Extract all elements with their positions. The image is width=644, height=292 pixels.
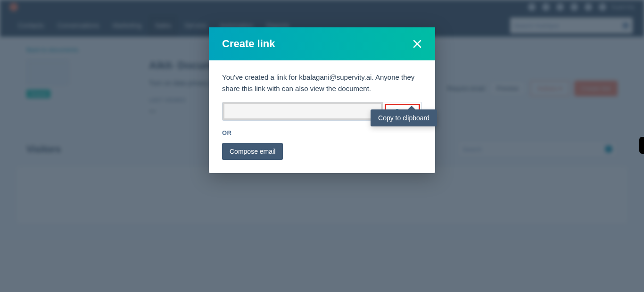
close-icon[interactable] [413,39,422,49]
modal-description: You've created a link for kbalagani@supe… [222,72,422,94]
copy-tooltip: Copy to clipboard [371,109,437,126]
feedback-tab[interactable] [639,137,644,154]
compose-email-button[interactable]: Compose email [222,143,283,160]
modal-header: Create link [209,27,435,60]
or-divider: OR [222,129,422,136]
recipient-email: kbalagani@supervity.ai [299,73,372,81]
modal-body: You've created a link for kbalagani@supe… [209,60,435,173]
create-link-modal: Create link You've created a link for kb… [209,27,435,173]
modal-title: Create link [222,38,275,50]
share-link-input[interactable] [224,104,381,118]
modal-overlay[interactable]: Create link You've created a link for kb… [0,0,644,292]
